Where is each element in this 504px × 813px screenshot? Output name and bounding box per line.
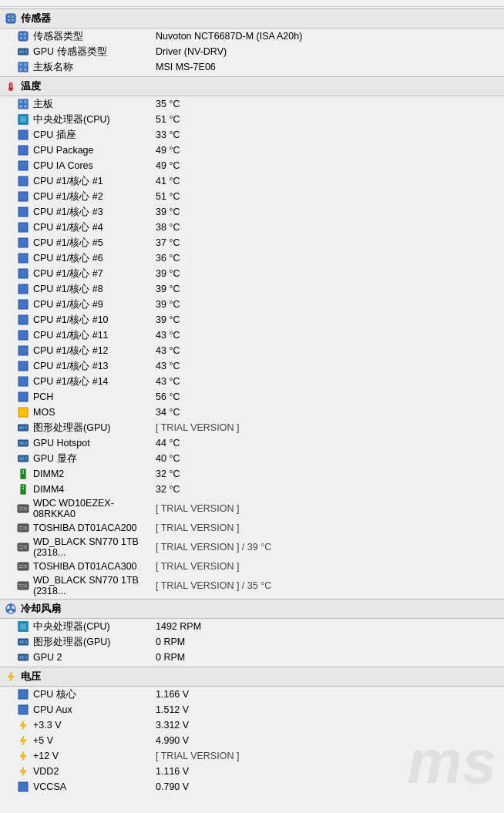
list-item[interactable]: +12 V[ TRIAL VERSION ] — [0, 748, 504, 764]
sq-blue-icon — [17, 688, 29, 700]
svg-rect-70 — [22, 488, 22, 489]
list-item[interactable]: WD_BLACK SN770 1TB (2318...[ TRIAL VERSI… — [0, 536, 504, 559]
svg-rect-14 — [19, 63, 22, 66]
list-item[interactable]: VDD21.116 V — [0, 764, 504, 779]
row-value: 43 °C — [156, 376, 498, 387]
row-value: 49 °C — [156, 160, 498, 171]
section-label-sensors: 传感器 — [21, 12, 51, 25]
svg-rect-79 — [18, 529, 23, 529]
list-item[interactable]: CPU #1/核心 #141 °C — [0, 173, 504, 189]
row-name: MOS — [33, 407, 55, 418]
sq-blue-icon — [17, 360, 29, 372]
sq-yellow-icon — [17, 406, 29, 418]
list-item[interactable]: CPU 插座33 °C — [0, 127, 504, 143]
svg-marker-111 — [8, 672, 14, 681]
list-item[interactable]: 主板35 °C — [0, 96, 504, 112]
ram-icon — [17, 483, 29, 496]
list-item[interactable]: CPU #1/核心 #939 °C — [0, 297, 504, 312]
row-name: CPU #1/核心 #10 — [33, 314, 109, 327]
list-item[interactable]: GPU 传感器类型Driver (NV-DRV) — [0, 44, 504, 59]
list-item[interactable]: CPU #1/核心 #1039 °C — [0, 312, 504, 328]
svg-rect-66 — [23, 472, 24, 474]
list-item[interactable]: 主板名称MSI MS-7E06 — [0, 59, 504, 75]
list-item[interactable]: 中央处理器(CPU)1492 RPM — [0, 619, 504, 634]
row-value: 39 °C — [156, 284, 498, 294]
list-item[interactable]: CPU #1/核心 #1443 °C — [0, 374, 504, 389]
list-item[interactable]: 中央处理器(CPU)51 °C — [0, 112, 504, 127]
list-item[interactable]: +3.3 V3.312 V — [0, 717, 504, 733]
svg-rect-78 — [18, 526, 23, 527]
list-item[interactable]: CPU 核心1.166 V — [0, 687, 504, 702]
row-name: DIMM2 — [33, 469, 64, 479]
row-name: +5 V — [33, 735, 53, 746]
row-name: GPU Hotspot — [33, 438, 90, 448]
list-item[interactable]: WD_BLACK SN770 1TB (2318...[ TRIAL VERSI… — [0, 574, 504, 597]
list-item[interactable]: WDC WD10EZEX-08RKKA0[ TRIAL VERSION ] — [0, 497, 504, 520]
svg-rect-87 — [18, 567, 23, 568]
list-item[interactable]: CPU Package49 °C — [0, 143, 504, 158]
row-value: [ TRIAL VERSION ] — [156, 522, 498, 533]
list-item[interactable]: GPU Hotspot44 °C — [0, 435, 504, 451]
list-item[interactable]: CPU #1/核心 #636 °C — [0, 250, 504, 266]
list-item[interactable]: 传感器类型Nuvoton NCT6687D-M (ISA A20h) — [0, 29, 504, 44]
row-value: 40 °C — [156, 453, 498, 464]
sq-blue-icon — [17, 314, 29, 326]
row-name: CPU #1/核心 #12 — [33, 344, 109, 358]
list-item[interactable]: CPU #1/核心 #739 °C — [0, 266, 504, 281]
list-item[interactable]: MOS34 °C — [0, 405, 504, 420]
svg-rect-49 — [18, 361, 28, 371]
row-value: 0.790 V — [156, 781, 498, 792]
list-item[interactable]: GPU 显存40 °C — [0, 451, 504, 466]
list-item[interactable]: CPU #1/核心 #251 °C — [0, 189, 504, 204]
svg-rect-69 — [23, 485, 24, 487]
list-item[interactable]: TOSHIBA DT01ACA300[ TRIAL VERSION ] — [0, 559, 504, 574]
row-value: 43 °C — [156, 361, 498, 371]
list-item[interactable]: CPU #1/核心 #1243 °C — [0, 343, 504, 358]
hdd-icon — [17, 560, 29, 573]
list-item[interactable]: DIMM232 °C — [0, 466, 504, 482]
row-value: 4.990 V — [156, 735, 498, 746]
list-item[interactable]: CPU #1/核心 #438 °C — [0, 220, 504, 235]
sq-blue-icon — [17, 144, 29, 156]
row-name: CPU #1/核心 #1 — [33, 175, 103, 188]
svg-marker-114 — [20, 721, 26, 730]
row-name: 主板 — [33, 98, 53, 111]
svg-rect-24 — [19, 105, 22, 108]
list-item[interactable]: DIMM432 °C — [0, 482, 504, 497]
row-name: +3.3 V — [33, 720, 62, 731]
list-item[interactable]: 图形处理器(GPU)[ TRIAL VERSION ] — [0, 420, 504, 435]
sq-blue-icon — [17, 375, 29, 388]
section-header-fan: 冷却风扇 — [0, 599, 504, 619]
list-item[interactable]: 图形处理器(GPU)0 RPM — [0, 634, 504, 650]
svg-rect-118 — [18, 782, 28, 791]
svg-rect-8 — [20, 37, 22, 39]
list-item[interactable]: GPU 20 RPM — [0, 650, 504, 665]
sensor-section-icon — [5, 12, 17, 25]
list-item[interactable]: VCCSA0.790 V — [0, 779, 504, 795]
row-name: CPU #1/核心 #11 — [33, 329, 109, 342]
svg-rect-57 — [19, 442, 24, 445]
list-item[interactable]: TOSHIBA DT01ACA200[ TRIAL VERSION ] — [0, 520, 504, 536]
svg-rect-106 — [19, 640, 24, 643]
row-name: 主板名称 — [33, 61, 73, 74]
list-item[interactable]: CPU #1/核心 #339 °C — [0, 204, 504, 220]
list-item[interactable]: CPU #1/核心 #839 °C — [0, 281, 504, 297]
svg-rect-91 — [18, 586, 23, 587]
row-value: 41 °C — [156, 176, 498, 186]
lightning-icon — [17, 719, 29, 731]
svg-rect-35 — [18, 146, 28, 155]
sq-blue-icon — [17, 237, 29, 249]
gpu-icon — [17, 45, 29, 58]
list-item[interactable]: CPU #1/核心 #1343 °C — [0, 358, 504, 374]
list-item[interactable]: CPU IA Cores49 °C — [0, 158, 504, 173]
list-item[interactable]: CPU #1/核心 #1143 °C — [0, 328, 504, 343]
sections-container: 传感器传感器类型Nuvoton NCT6687D-M (ISA A20h)GPU… — [0, 8, 504, 795]
row-name: +12 V — [33, 751, 59, 761]
list-item[interactable]: +5 V4.990 V — [0, 733, 504, 748]
svg-rect-83 — [18, 548, 23, 549]
list-item[interactable]: PCH56 °C — [0, 389, 504, 405]
list-item[interactable]: CPU #1/核心 #537 °C — [0, 235, 504, 250]
svg-marker-117 — [20, 767, 26, 776]
svg-rect-50 — [18, 377, 28, 386]
list-item[interactable]: CPU Aux1.512 V — [0, 702, 504, 717]
